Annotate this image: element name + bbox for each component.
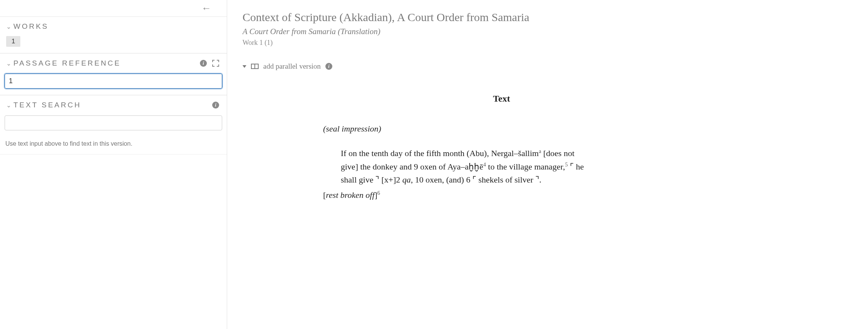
text-span: If on the tenth day of the fifth month (… (341, 148, 539, 158)
text-heading: Text (323, 94, 680, 104)
footnote-ref[interactable]: 6 (377, 190, 380, 196)
work-chip[interactable]: 1 (6, 36, 20, 47)
search-hint: Use text input above to find text in thi… (0, 137, 227, 155)
search-header[interactable]: ⌄ TEXT SEARCH i (0, 95, 227, 113)
info-icon[interactable]: i (212, 102, 219, 109)
passage-body: If on the tenth day of the fifth month (… (341, 147, 592, 186)
works-header[interactable]: ⌄ WORKS (0, 17, 227, 35)
italic-note: rest broken off (326, 190, 375, 200)
dropdown-triangle-icon[interactable] (243, 65, 246, 68)
text-span: , 10 oxen, (and) 6 ⌜ shekels of silver ⌝… (411, 175, 541, 184)
chevron-down-icon: ⌄ (6, 60, 11, 67)
work-reference: Work 1 (1) (243, 39, 853, 47)
works-body: 1 (0, 35, 227, 53)
document-title: Context of Scripture (Akkadian), A Court… (243, 11, 853, 24)
add-parallel-link[interactable]: add parallel version (263, 62, 321, 71)
rest-broken-off: [rest broken off]6 (323, 189, 592, 202)
chevron-down-icon: ⌄ (6, 23, 11, 30)
seal-impression: (seal impression) (323, 122, 592, 135)
search-input[interactable] (5, 115, 222, 130)
passage-header[interactable]: ⌄ PASSAGE REFERENCE i (0, 53, 227, 71)
text-span: to the village manager, (486, 162, 565, 171)
passage-input-row (0, 71, 227, 95)
passage-input[interactable] (5, 74, 222, 89)
columns-icon[interactable] (251, 64, 259, 69)
chevron-down-icon: ⌄ (6, 102, 11, 109)
info-icon[interactable]: i (200, 60, 207, 67)
back-arrow-icon[interactable]: ← (201, 2, 211, 14)
info-icon[interactable]: i (325, 63, 332, 70)
search-input-row (0, 113, 227, 137)
search-title: TEXT SEARCH (13, 101, 81, 109)
back-row: ← (0, 0, 227, 17)
works-title: WORKS (13, 22, 49, 31)
sidebar: ← ⌄ WORKS 1 ⌄ PASSAGE REFERENCE i ⌄ TEXT… (0, 0, 227, 329)
document-subtitle: A Court Order from Samaria (Translation) (243, 27, 853, 36)
main-content: Context of Scripture (Akkadian), A Court… (227, 0, 868, 329)
italic-term: qa (403, 175, 411, 184)
passage-title: PASSAGE REFERENCE (13, 59, 121, 67)
parallel-version-row: add parallel version i (243, 62, 853, 71)
expand-icon[interactable] (212, 60, 219, 67)
passage-block: (seal impression) If on the tenth day of… (323, 122, 592, 202)
footnote-ref[interactable]: 5 (565, 161, 568, 168)
